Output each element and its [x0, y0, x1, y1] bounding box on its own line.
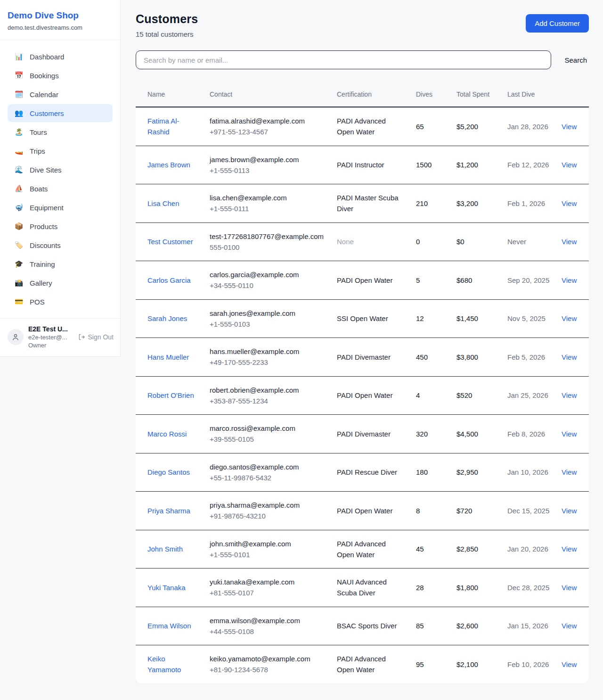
customer-dives: 0	[410, 222, 451, 261]
sidebar-item-gallery[interactable]: 📸 Gallery	[8, 274, 113, 292]
customer-name-link[interactable]: Hans Mueller	[147, 352, 189, 362]
view-link[interactable]: View	[562, 199, 577, 207]
column-header-contact: Contact	[204, 82, 331, 107]
products-icon: 📦	[14, 222, 24, 231]
equipment-icon: 🤿	[14, 203, 24, 212]
view-link[interactable]: View	[562, 660, 577, 668]
customer-email: sarah.jones@example.com	[210, 308, 326, 319]
view-link[interactable]: View	[562, 276, 577, 284]
customer-total-spent: $5,200	[451, 107, 502, 146]
trips-icon: 🚤	[14, 147, 24, 155]
customer-phone: +971-55-123-4567	[210, 126, 326, 137]
customer-dives: 180	[410, 453, 451, 492]
view-link[interactable]: View	[562, 391, 577, 399]
column-header-dives: Dives	[410, 82, 451, 107]
sidebar-item-training[interactable]: 🎓 Training	[8, 255, 113, 273]
customers-table-card: Name Contact Certification Dives Total S…	[136, 82, 589, 684]
sign-out-label: Sign Out	[88, 333, 114, 341]
table-header-row: Name Contact Certification Dives Total S…	[136, 82, 589, 107]
customer-name-link[interactable]: Robert O'Brien	[147, 390, 194, 401]
sidebar-item-products[interactable]: 📦 Products	[8, 217, 113, 235]
sidebar-item-trips[interactable]: 🚤 Trips	[8, 142, 113, 160]
customer-email: hans.mueller@example.com	[210, 346, 326, 357]
main-content: Customers 15 total customers Add Custome…	[121, 0, 603, 695]
bookings-icon: 📅	[14, 71, 24, 80]
customer-name-link[interactable]: Carlos Garcia	[147, 275, 191, 286]
customer-name-link[interactable]: Fatima Al-Rashid	[147, 115, 198, 138]
customer-name-link[interactable]: Priya Sharma	[147, 505, 190, 516]
view-link[interactable]: View	[562, 161, 577, 169]
customer-dives: 12	[410, 299, 451, 338]
customer-name-link[interactable]: Test Customer	[147, 236, 193, 247]
customer-name-link[interactable]: Lisa Chen	[147, 198, 179, 209]
customer-total-spent: $0	[451, 222, 502, 261]
view-link[interactable]: View	[562, 123, 577, 131]
view-link[interactable]: View	[562, 584, 577, 592]
customer-phone: +353-87-555-1234	[210, 395, 326, 406]
sidebar-item-dashboard[interactable]: 📊 Dashboard	[8, 48, 113, 66]
customer-name-link[interactable]: James Brown	[147, 159, 190, 170]
view-link[interactable]: View	[562, 353, 577, 361]
customer-last-dive: Feb 10, 2026	[502, 645, 556, 684]
user-meta: E2E Test U... e2e-tester@... Owner	[28, 325, 68, 349]
customer-email: james.brown@example.com	[210, 154, 326, 165]
sidebar-header: Demo Dive Shop demo.test.divestreams.com	[0, 0, 120, 40]
sidebar-item-pos[interactable]: 💳 POS	[8, 293, 113, 311]
customer-email: robert.obrien@example.com	[210, 385, 326, 395]
add-customer-button[interactable]: Add Customer	[526, 14, 589, 33]
user-section: E2E Test U... e2e-tester@... Owner Sign …	[0, 318, 120, 356]
sidebar: Demo Dive Shop demo.test.divestreams.com…	[0, 0, 121, 357]
customer-email: yuki.tanaka@example.com	[210, 576, 326, 587]
customer-email: keiko.yamamoto@example.com	[210, 653, 326, 664]
customer-email: priya.sharma@example.com	[210, 500, 326, 511]
avatar	[8, 329, 24, 345]
customer-certification: NAUI Advanced Scuba Diver	[331, 568, 410, 607]
sidebar-item-tours[interactable]: 🏝️ Tours	[8, 123, 113, 141]
view-link[interactable]: View	[562, 622, 577, 630]
view-link[interactable]: View	[562, 314, 577, 322]
sidebar-item-equipment[interactable]: 🤿 Equipment	[8, 198, 113, 216]
user-email: e2e-tester@...	[28, 334, 68, 341]
page-title: Customers	[136, 12, 198, 26]
sidebar-item-calendar[interactable]: 🗓️ Calendar	[8, 85, 113, 103]
customer-certification: BSAC Sports Diver	[331, 607, 410, 645]
customer-certification: None	[331, 222, 410, 261]
customer-email: emma.wilson@example.com	[210, 615, 326, 626]
customer-certification: SSI Open Water	[331, 299, 410, 338]
customer-name-link[interactable]: Yuki Tanaka	[147, 582, 186, 593]
sidebar-item-boats[interactable]: ⛵ Boats	[8, 180, 113, 198]
view-link[interactable]: View	[562, 545, 577, 553]
table-row: Carlos Garcia carlos.garcia@example.com …	[136, 261, 589, 300]
customer-phone: +1-555-0111	[210, 203, 326, 214]
table-row: Diego Santos diego.santos@example.com +5…	[136, 453, 589, 492]
sidebar-item-customers[interactable]: 👥 Customers	[8, 104, 113, 122]
column-header-last-dive: Last Dive	[502, 82, 556, 107]
column-header-total-spent: Total Spent	[451, 82, 502, 107]
search-input[interactable]	[136, 50, 551, 69]
sidebar-item-discounts[interactable]: 🏷️ Discounts	[8, 236, 113, 254]
customer-name-link[interactable]: Keiko Yamamoto	[147, 653, 198, 675]
table-row: Lisa Chen lisa.chen@example.com +1-555-0…	[136, 184, 589, 223]
customer-phone: +34-555-0110	[210, 280, 326, 291]
sign-out-button[interactable]: Sign Out	[78, 333, 114, 341]
customer-name-link[interactable]: John Smith	[147, 544, 183, 554]
customer-phone: +1-555-0103	[210, 319, 326, 329]
customer-name-link[interactable]: Sarah Jones	[147, 313, 187, 324]
customer-certification: PADI Divemaster	[331, 338, 410, 377]
customer-phone: +81-555-0107	[210, 587, 326, 598]
view-link[interactable]: View	[562, 468, 577, 476]
view-link[interactable]: View	[562, 430, 577, 438]
sidebar-item-dive-sites[interactable]: 🌊 Dive Sites	[8, 161, 113, 179]
search-button[interactable]: Search	[562, 52, 589, 68]
table-row: Keiko Yamamoto keiko.yamamoto@example.co…	[136, 645, 589, 684]
customer-email: john.smith@example.com	[210, 538, 326, 549]
customer-phone: +91-98765-43210	[210, 511, 326, 521]
customer-name-link[interactable]: Emma Wilson	[147, 620, 191, 631]
customer-name-link[interactable]: Marco Rossi	[147, 428, 187, 439]
view-link[interactable]: View	[562, 507, 577, 515]
sidebar-item-bookings[interactable]: 📅 Bookings	[8, 66, 113, 84]
view-link[interactable]: View	[562, 238, 577, 246]
customer-phone: +44-555-0108	[210, 626, 326, 637]
customer-dives: 95	[410, 645, 451, 684]
customer-name-link[interactable]: Diego Santos	[147, 467, 190, 478]
